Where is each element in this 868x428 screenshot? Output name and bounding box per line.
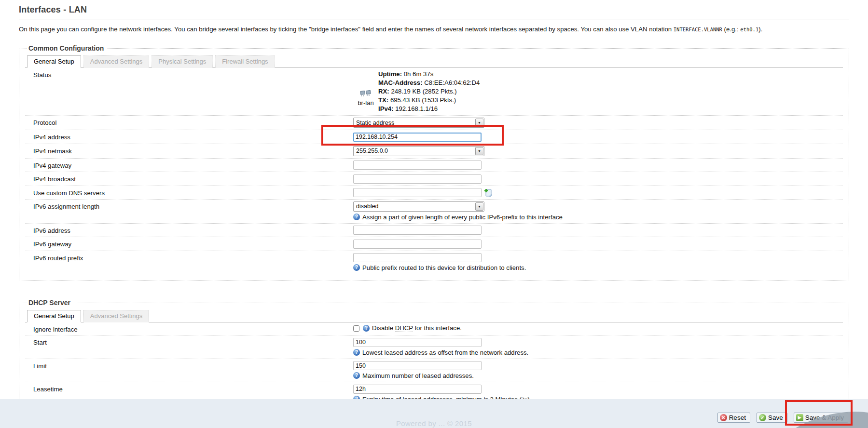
custom-dns-label: Use custom DNS servers [33,188,353,197]
ipv4-value: 192.168.1.1/16 [394,105,438,112]
dhcp-leasetime-input[interactable] [353,385,482,394]
ipv4-gateway-input[interactable] [353,160,482,170]
eth01-code: eth0.1 [740,27,758,32]
status-field: br-lan Uptime: 0h 6m 37s MAC-Address: C8… [353,70,843,113]
ignore-interface-help-text: Disable DHCP for this interface. [372,324,462,332]
reset-button[interactable]: ✕ Reset [717,413,750,423]
dhcp-limit-input[interactable] [353,361,482,370]
ignore-interface-label: Ignore interface [33,324,353,333]
chevron-down-icon: ▼ [475,119,483,127]
ignore-help-pre: Disable [372,324,395,332]
description-text: ( [722,26,726,33]
dhcp-server-legend: DHCP Server [27,299,74,307]
ipv6-routed-prefix-input[interactable] [353,253,482,262]
vlan-abbr: VLAN [631,26,647,33]
tab-physical-settings[interactable]: Physical Settings [152,55,213,68]
description-text: ). [758,26,762,33]
mac-label: MAC-Address: [378,79,423,86]
eg-abbr: e.g. [726,26,737,33]
ipv6-routed-prefix-help: ? Public prefix routed to this device fo… [353,264,843,272]
row-protocol: Protocol Static address ▼ [25,116,843,130]
ipv4-broadcast-input[interactable] [353,174,482,184]
ipv6-address-label: IPv6 address [33,226,353,234]
description-text: notation [648,26,674,33]
main-content: Interfaces - LAN On this page you can co… [0,0,868,412]
ipv4-broadcast-label: IPv4 broadcast [33,174,353,183]
reset-icon: ✕ [720,414,727,421]
dhcp-abbr: DHCP [395,324,413,332]
ipv6-address-input[interactable] [353,226,482,235]
custom-dns-input[interactable] [353,188,482,197]
dhcp-limit-help: ? Maximum number of leased addresses. [353,372,843,380]
ipv6-routed-prefix-help-text: Public prefix routed to this device for … [362,264,526,272]
ipv6-assignment-length-select-value: disabled [354,203,475,210]
decorative-swoosh [796,411,868,428]
status-tx: TX: 695.43 KB (1533 Pkts.) [378,96,480,105]
ipv6-gateway-input[interactable] [353,240,482,249]
status-details: Uptime: 0h 6m 37s MAC-Address: C8:EE:A6:… [378,70,480,113]
reset-button-label: Reset [729,414,746,421]
page-description: On this page you can configure the netwo… [19,25,849,34]
device-block: br-lan [353,77,378,107]
bottom-band: Powered by ... © 2015 ✕ Reset ✓ Save ▶ S… [0,399,868,428]
ipv6-gateway-label: IPv6 gateway [33,239,353,248]
dhcp-start-input[interactable] [353,338,482,347]
ipv6-assignment-help: ? Assign a part of given length of every… [353,214,843,221]
tab-dhcp-advanced-settings[interactable]: Advanced Settings [83,310,149,322]
row-custom-dns: Use custom DNS servers [25,186,843,200]
dhcp-start-label: Start [33,337,353,346]
ipv4-netmask-select-value: 255.255.0.0 [354,147,475,154]
ipv6-routed-prefix-label: IPv6 routed prefix [33,253,353,262]
row-ipv4-netmask: IPv4 netmask 255.255.0.0 ▼ [25,144,843,159]
ipv4-label: IPv4: [378,105,394,112]
status-uptime: Uptime: 0h 6m 37s [378,70,480,79]
ipv4-address-label: IPv4 address [33,132,353,141]
ignore-interface-checkbox[interactable] [353,325,359,332]
status-rx: RX: 248.19 KB (2852 Pkts.) [378,87,480,96]
row-status: Status br-lan [25,68,843,116]
protocol-label: Protocol [33,118,353,126]
tab-general-setup[interactable]: General Setup [27,55,81,68]
status-label: Status [33,70,353,79]
dhcp-limit-help-text: Maximum number of leased addresses. [362,372,474,380]
dhcp-start-help: ? Lowest leased address as offset from t… [353,349,843,357]
status-mac: MAC-Address: C8:EE:A6:04:62:D4 [378,79,480,87]
rx-value: 248.19 KB (2852 Pkts.) [389,88,457,95]
save-button[interactable]: ✓ Save [757,413,787,423]
interface-vlannr-code: INTERFACE.VLANNR [674,27,722,32]
common-config-tabbar: General Setup Advanced Settings Physical… [25,55,843,68]
ipv4-netmask-select[interactable]: 255.255.0.0 ▼ [353,146,484,156]
dhcp-tabbar: General Setup Advanced Settings [25,309,843,322]
help-icon: ? [353,349,360,356]
protocol-select[interactable]: Static address ▼ [353,118,484,128]
dhcp-start-help-text: Lowest leased address as offset from the… [362,349,528,357]
row-ipv4-gateway: IPv4 gateway [25,159,843,173]
common-configuration-section: Common Configuration General Setup Advan… [19,44,849,281]
dhcp-server-section: DHCP Server General Setup Advanced Setti… [19,299,849,412]
tab-dhcp-general-setup[interactable]: General Setup [27,310,81,322]
description-text: On this page you can configure the netwo… [19,26,631,33]
tx-value: 695.43 KB (1533 Pkts.) [388,96,456,104]
ipv6-assignment-length-select[interactable]: disabled ▼ [353,201,484,212]
ipv4-gateway-label: IPv4 gateway [33,160,353,169]
chevron-down-icon: ▼ [475,147,483,155]
protocol-select-value: Static address [354,120,475,126]
row-ipv4-broadcast: IPv4 broadcast [25,172,843,186]
ipv4-address-input[interactable] [353,133,482,142]
add-dns-entry-icon[interactable] [484,188,492,197]
tab-advanced-settings[interactable]: Advanced Settings [83,55,149,68]
save-check-icon: ✓ [759,414,766,421]
help-icon: ? [353,372,360,379]
ignore-help-post: for this interface. [413,324,462,332]
row-ipv6-assignment-length: IPv6 assignment length disabled ▼ ? Assi… [25,200,843,224]
help-icon: ? [353,214,360,220]
row-ipv6-address: IPv6 address [25,224,843,238]
ipv6-assignment-help-text: Assign a part of given length of every p… [362,214,563,221]
rx-label: RX: [378,88,389,95]
mac-value: C8:EE:A6:04:62:D4 [423,79,480,86]
help-icon: ? [353,264,360,271]
help-icon: ? [363,325,370,332]
tab-firewall-settings[interactable]: Firewall Settings [215,55,275,68]
row-dhcp-limit: Limit ? Maximum number of leased address… [25,359,843,383]
dhcp-leasetime-label: Leasetime [33,384,353,393]
